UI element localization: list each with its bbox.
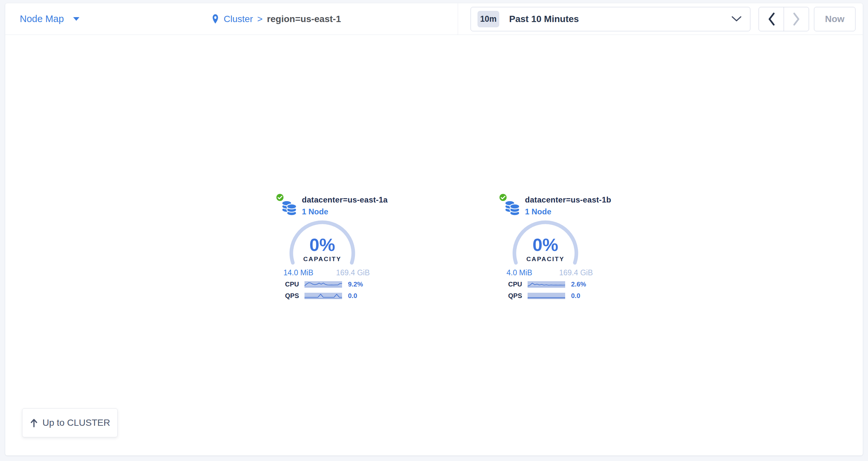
- capacity-used: 4.0 MiB: [506, 268, 532, 277]
- check-circle-icon: [276, 193, 284, 202]
- capacity-percent: 0%: [513, 234, 578, 255]
- chevron-right-icon: [793, 12, 800, 26]
- metric-label: CPU: [508, 281, 528, 288]
- check-circle-icon: [499, 193, 507, 202]
- capacity-label: CAPACITY: [513, 256, 578, 263]
- datacenter-header: datacenter=us-east-1b 1 Node: [525, 195, 611, 216]
- cpu-sparkline: [528, 281, 565, 288]
- prev-interval-button[interactable]: [759, 7, 784, 31]
- qps-sparkline: [528, 293, 565, 299]
- time-window-badge: 10m: [477, 11, 499, 27]
- capacity-percent: 0%: [289, 234, 355, 255]
- breadcrumb: Cluster > region=us-east-1: [211, 14, 341, 24]
- arrow-up-icon: [30, 418, 38, 427]
- node-map-page: Node Map Cluster > region=us-east-1 10m: [0, 0, 868, 461]
- breadcrumb-current: region=us-east-1: [267, 14, 341, 24]
- capacity-total: 169.4 GiB: [559, 268, 593, 277]
- capacity-label: CAPACITY: [289, 256, 355, 263]
- datacenter-name: datacenter=us-east-1a: [302, 195, 388, 204]
- cpu-metric-row: CPU 9.2%: [285, 280, 363, 288]
- header-time-controls: 10m Past 10 Minutes: [458, 3, 863, 35]
- chevron-left-icon: [768, 12, 775, 26]
- breadcrumb-separator: >: [257, 14, 262, 24]
- metric-value: 0.0: [571, 292, 580, 300]
- datacenter-header: datacenter=us-east-1a 1 Node: [302, 195, 388, 216]
- metric-value: 2.6%: [571, 281, 586, 288]
- qps-metric-row: QPS 0.0: [285, 292, 357, 300]
- metric-label: QPS: [285, 292, 305, 300]
- qps-metric-row: QPS 0.0: [508, 292, 580, 300]
- qps-sparkline: [305, 293, 342, 299]
- caret-down-icon: [73, 17, 80, 21]
- time-nav: [758, 7, 809, 31]
- capacity-gauge: 0% CAPACITY: [513, 220, 578, 266]
- capacity-gauge: 0% CAPACITY: [289, 220, 355, 266]
- datacenter-node-count: 1 Node: [302, 207, 388, 216]
- metric-label: QPS: [508, 292, 528, 300]
- view-selector[interactable]: Node Map: [20, 13, 80, 24]
- capacity-storage-row: 14.0 MiB 169.4 GiB: [283, 268, 370, 277]
- datacenter-node-count: 1 Node: [525, 207, 611, 216]
- cpu-sparkline: [305, 281, 342, 288]
- time-window-dropdown[interactable]: 10m Past 10 Minutes: [471, 7, 750, 31]
- capacity-storage-row: 4.0 MiB 169.4 GiB: [506, 268, 593, 277]
- cpu-metric-row: CPU 2.6%: [508, 280, 586, 288]
- up-to-cluster-label: Up to CLUSTER: [42, 418, 110, 428]
- capacity-used: 14.0 MiB: [283, 268, 313, 277]
- now-button[interactable]: Now: [814, 7, 856, 31]
- chevron-down-icon: [732, 16, 741, 22]
- view-selector-label: Node Map: [20, 13, 64, 24]
- up-to-cluster-button[interactable]: Up to CLUSTER: [22, 408, 118, 437]
- datacenter-card[interactable]: datacenter=us-east-1a 1 Node 0% CAPACITY…: [276, 193, 385, 302]
- next-interval-button[interactable]: [784, 7, 809, 31]
- time-window-label: Past 10 Minutes: [509, 14, 579, 24]
- location-pin-icon: [211, 14, 219, 24]
- breadcrumb-cluster-link[interactable]: Cluster: [224, 14, 253, 24]
- datacenter-card[interactable]: datacenter=us-east-1b 1 Node 0% CAPACITY…: [499, 193, 608, 302]
- datacenter-name: datacenter=us-east-1b: [525, 195, 611, 204]
- metric-label: CPU: [285, 281, 305, 288]
- node-map-panel: Node Map Cluster > region=us-east-1 10m: [5, 3, 863, 455]
- metric-value: 9.2%: [348, 281, 363, 288]
- metric-value: 0.0: [348, 292, 357, 300]
- capacity-total: 169.4 GiB: [336, 268, 370, 277]
- header: Node Map Cluster > region=us-east-1 10m: [5, 3, 863, 35]
